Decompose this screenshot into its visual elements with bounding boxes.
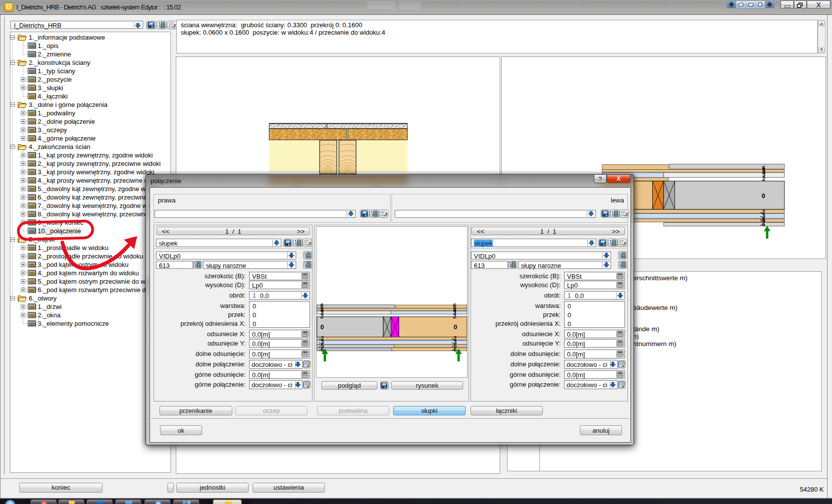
svg-text:-6: -6	[452, 347, 457, 353]
svg-text:2: 2	[762, 176, 765, 182]
svg-text:2: 2	[320, 313, 323, 319]
svg-text:0: 0	[454, 323, 457, 331]
svg-text:2: 2	[453, 313, 456, 319]
svg-text:0: 0	[320, 323, 324, 331]
svg-text:-6: -6	[760, 221, 765, 227]
svg-text:0: 0	[762, 192, 765, 200]
